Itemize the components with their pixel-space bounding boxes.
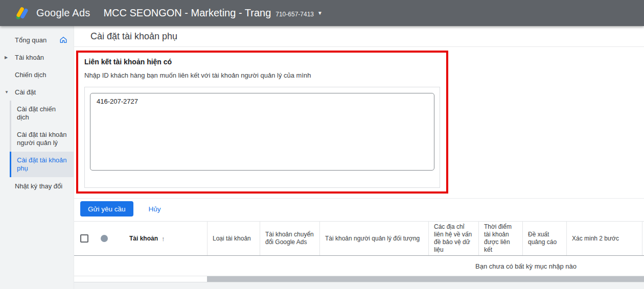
sidebar-item-label: Nhật ký thay đổi bbox=[15, 182, 62, 190]
bottom-strip bbox=[74, 282, 644, 289]
sidebar-item-accounts[interactable]: ▶ Tài khoản bbox=[0, 49, 74, 66]
home-icon bbox=[59, 36, 67, 44]
sidebar-item-label: Tổng quan bbox=[15, 36, 47, 44]
sidebar-item-manager-account-settings[interactable]: Cài đặt tài khoản người quản lý bbox=[10, 126, 74, 152]
sidebar-item-campaign-settings[interactable]: Cài đặt chiến dịch bbox=[10, 101, 74, 126]
header-cell-select bbox=[74, 222, 95, 255]
section-divider bbox=[74, 198, 644, 199]
link-account-section-highlighted: Liên kết tài khoản hiện có Nhập ID khách… bbox=[76, 51, 448, 194]
sidebar-item-campaigns[interactable]: Chiến dịch bbox=[0, 66, 74, 83]
accounts-table: Tài khoản ↑ Loại tài khoản Tài khoản chu… bbox=[74, 221, 644, 282]
account-name: MCC SEONGON - Marketing - Trang bbox=[103, 7, 271, 19]
sidebar-item-change-log[interactable]: Nhật ký thay đổi bbox=[0, 177, 74, 195]
horizontal-scrollbar bbox=[74, 276, 644, 282]
header-cell-conversion-account[interactable]: Tài khoản chuyển đổi Google Ads bbox=[260, 222, 319, 255]
send-request-button[interactable]: Gửi yêu cầu bbox=[80, 201, 133, 216]
header-cell-overflow bbox=[642, 222, 644, 255]
sidebar-item-label: Cài đặt chiến dịch bbox=[17, 105, 56, 121]
main-content: Cài đặt tài khoản phụ Liên kết tài khoản… bbox=[74, 26, 644, 289]
header-cell-ad-suggestions[interactable]: Đề xuất quảng cáo bbox=[522, 222, 566, 255]
settings-subnav: Cài đặt chiến dịch Cài đặt tài khoản ngư… bbox=[10, 101, 74, 177]
link-account-heading: Liên kết tài khoản hiện có bbox=[84, 58, 440, 66]
sidebar-item-label: Chiến dịch bbox=[15, 71, 46, 79]
brand-name: Google Ads bbox=[36, 7, 90, 19]
sort-ascending-icon: ↑ bbox=[162, 235, 165, 243]
chevron-down-icon: ▼ bbox=[5, 90, 9, 94]
page-header: Cài đặt tài khoản phụ bbox=[74, 26, 644, 47]
page-title: Cài đặt tài khoản phụ bbox=[90, 31, 177, 42]
account-switcher[interactable]: MCC SEONGON - Marketing - Trang 710-657-… bbox=[103, 7, 322, 19]
cancel-link[interactable]: Hủy bbox=[149, 205, 161, 213]
header-cell-data-protection-contacts[interactable]: Các địa chỉ liên hệ về vấn đề bảo vệ dữ … bbox=[428, 222, 478, 255]
header-cell-account-type[interactable]: Loại tài khoản bbox=[207, 222, 260, 255]
sidebar-item-label: Tài khoản bbox=[15, 54, 44, 61]
header-cell-audience-manager[interactable]: Tài khoản người quản lý đối tượng bbox=[319, 222, 428, 255]
sidebar-item-overview[interactable]: Tổng quan bbox=[0, 31, 74, 49]
sidebar-item-label: Cài đặt bbox=[15, 88, 36, 96]
column-label: Tài khoản chuyển đổi Google Ads bbox=[265, 231, 314, 246]
table-header-row: Tài khoản ↑ Loại tài khoản Tài khoản chu… bbox=[74, 221, 644, 256]
column-label: Tài khoản người quản lý đối tượng bbox=[325, 235, 420, 243]
link-account-instruction: Nhập ID khách hàng bạn muốn liên kết với… bbox=[84, 71, 440, 79]
empty-state-message: Bạn chưa có bất kỳ mục nhập nào bbox=[475, 262, 577, 270]
column-label: Tài khoản bbox=[129, 235, 158, 243]
table-empty-row: Bạn chưa có bất kỳ mục nhập nào bbox=[74, 256, 644, 276]
sidebar-item-label: Cài đặt tài khoản người quản lý bbox=[17, 131, 67, 147]
customer-id-input[interactable]: 416-207-2727 bbox=[90, 93, 434, 171]
status-dot-icon bbox=[101, 235, 108, 242]
customer-id-card: 416-207-2727 bbox=[84, 87, 440, 188]
column-label: Loại tài khoản bbox=[213, 235, 251, 243]
account-dropdown-caret-icon: ▼ bbox=[317, 10, 323, 16]
header-cell-link-time[interactable]: Thời điểm tài khoản được liên kết bbox=[478, 222, 522, 255]
header-cell-status bbox=[95, 222, 114, 255]
horizontal-scrollbar-thumb[interactable] bbox=[207, 276, 644, 282]
sidebar-item-settings[interactable]: ▼ Cài đặt bbox=[0, 83, 74, 101]
header-cell-two-step-verification[interactable]: Xác minh 2 bước bbox=[566, 222, 642, 255]
header-cell-account[interactable]: Tài khoản ↑ bbox=[114, 222, 207, 255]
column-label: Thời điểm tài khoản được liên kết bbox=[484, 223, 517, 254]
topbar: Google Ads MCC SEONGON - Marketing - Tra… bbox=[0, 0, 644, 26]
column-label: Đề xuất quảng cáo bbox=[528, 231, 561, 246]
column-label: Xác minh 2 bước bbox=[572, 235, 619, 243]
sidebar-item-sub-account-settings[interactable]: Cài đặt tài khoản phụ bbox=[10, 152, 74, 177]
account-id: 710-657-7413 bbox=[275, 11, 314, 18]
sidebar-item-label: Cài đặt tài khoản phụ bbox=[17, 156, 67, 172]
google-ads-logo-icon bbox=[15, 6, 29, 20]
sidebar: Tổng quan ▶ Tài khoản Chiến dịch ▼ Cài đ… bbox=[0, 26, 74, 289]
column-label: Các địa chỉ liên hệ về vấn đề bảo vệ dữ … bbox=[434, 223, 473, 254]
chevron-right-icon: ▶ bbox=[5, 55, 8, 60]
select-all-checkbox[interactable] bbox=[80, 234, 88, 243]
form-actions: Gửi yêu cầu Hủy bbox=[80, 201, 644, 216]
